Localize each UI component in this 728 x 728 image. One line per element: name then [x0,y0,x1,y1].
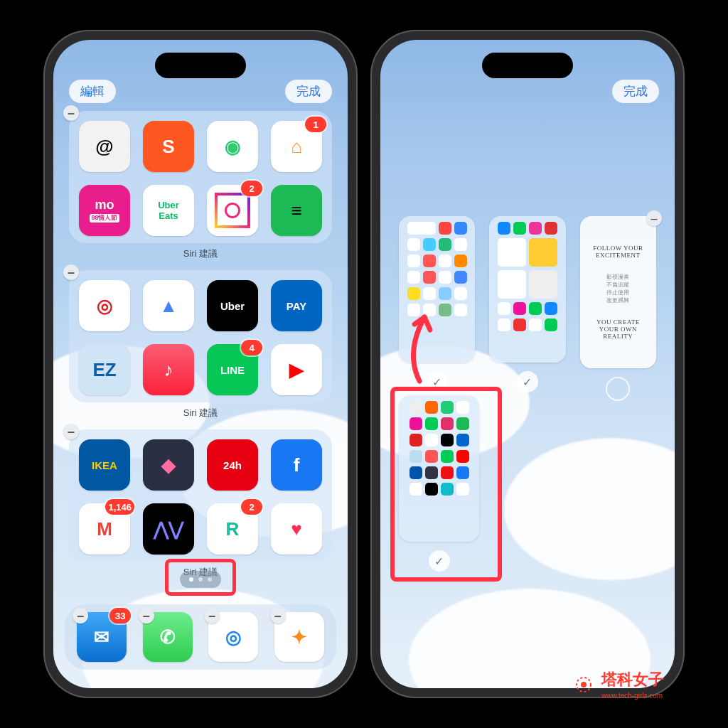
widget2-label: Siri 建議 [69,407,332,419]
app-instagram[interactable]: 2 [207,185,258,236]
phone-right: 完成 ✓ [370,30,685,698]
siri-widget-1[interactable]: – @S◉⌂1mo88情人節Uber Eats2≡ [69,111,332,243]
page-thumb-3[interactable]: – FOLLOW YOUR EXCITEMENT 影視漫畫 不負追蹤 停止使用 … [580,216,656,401]
remove-widget-icon[interactable]: – [63,424,79,439]
quote-text-mid: 影視漫畫 不負追蹤 停止使用 改更感興 [606,273,629,304]
dynamic-island [482,53,573,78]
svg-point-1 [581,682,587,687]
pages-row-2: ✓ [399,395,479,572]
widget2-apps: ◎▲UberPAYEZ♪LINE4▶ [79,280,322,395]
app-threads[interactable]: @ [79,121,130,172]
badge: 4 [241,340,262,355]
app-uber[interactable]: Uber [207,280,258,331]
screen-left: 編輯 完成 – @S◉⌂1mo88情人節Uber Eats2≡ Siri 建議 … [53,40,348,688]
remove-widget-icon[interactable]: – [63,264,79,280]
app-health[interactable]: ♥ [271,503,322,555]
app-uber-eats[interactable]: Uber Eats [143,185,194,236]
page-thumb-4-dragged[interactable]: ✓ [399,395,479,572]
badge: 1,146 [105,499,134,515]
app-maps[interactable]: ▲ [143,280,194,331]
edit-button[interactable]: 編輯 [69,80,116,103]
quote-text-1: FOLLOW YOUR EXCITEMENT [589,245,648,259]
badge: 33 [109,608,131,623]
app-pchome[interactable]: 24h [207,439,258,491]
app-music[interactable]: ♪ [143,344,194,395]
remove-page-icon[interactable]: – [646,210,662,226]
badge: 1 [305,117,326,132]
phone-left: 編輯 完成 – @S◉⌂1mo88情人節Uber Eats2≡ Siri 建議 … [43,30,358,698]
page-checked-icon[interactable]: ✓ [429,550,450,572]
app-gmail[interactable]: M1,146 [79,503,130,555]
app-shopee[interactable]: S [143,121,194,172]
app-line[interactable]: LINE4 [207,344,258,395]
done-button[interactable]: 完成 [285,80,332,103]
app-momo[interactable]: mo88情人節 [79,185,130,236]
siri-widget-3[interactable]: – IKEA◆24hfM1,146⋀⋁R2♥ [69,429,332,562]
remove-app-icon[interactable]: – [270,608,286,623]
dynamic-island [155,53,246,78]
app-ikea[interactable]: IKEA [79,439,130,491]
page-unchecked-icon[interactable] [606,377,630,401]
widget3-apps: IKEA◆24hfM1,146⋀⋁R2♥ [79,439,322,555]
remove-widget-icon[interactable]: – [63,105,79,121]
app-pxpay[interactable]: PAY [271,280,322,331]
dock[interactable]: ✉33–✆–◎–✦– [65,604,336,670]
app-find-my[interactable]: ◉ [207,121,258,172]
widgets-area: – @S◉⌂1mo88情人節Uber Eats2≡ Siri 建議 – ◎▲Ub… [69,111,332,589]
widget1-apps: @S◉⌂1mo88情人節Uber Eats2≡ [79,121,322,236]
pages-row-1: ✓ ✓ – FOLLOW YOUR EXCITEMENT 影視漫畫 不負追蹤 停… [399,216,656,401]
page-thumb-2[interactable]: ✓ [489,216,565,401]
page-thumb-1[interactable]: ✓ [399,216,475,401]
widget1-label: Siri 建議 [69,247,332,260]
page-checked-icon[interactable]: ✓ [427,371,448,392]
screen-right: 完成 ✓ [380,40,675,688]
page-indicator[interactable] [180,571,221,588]
app-px[interactable]: ◎ [79,280,130,331]
app-youtube[interactable]: ▶ [271,344,322,395]
badge: 2 [241,181,262,196]
watermark-url: www.tech-girlz.com [601,692,664,700]
app-rakuten[interactable]: R2 [207,503,258,555]
remove-app-icon[interactable]: – [139,608,154,623]
watermark: 塔科女子 www.tech-girlz.com [572,669,664,700]
app-shortcuts[interactable]: ◆ [143,439,194,491]
badge: 2 [241,499,262,515]
app-facebook[interactable]: f [271,439,322,491]
app-spotify[interactable]: ≡ [271,185,322,236]
app-stocks[interactable]: ⋀⋁ [143,503,194,555]
app-home[interactable]: ⌂1 [271,121,322,172]
watermark-name: 塔科女子 [601,669,664,690]
page-checked-icon[interactable]: ✓ [517,371,538,392]
done-button[interactable]: 完成 [612,80,659,103]
app-ezway[interactable]: EZ [79,344,130,395]
siri-widget-2[interactable]: – ◎▲UberPAYEZ♪LINE4▶ [69,270,332,402]
quote-text-2: YOU CREATE YOUR OWN REALITY [589,318,648,340]
